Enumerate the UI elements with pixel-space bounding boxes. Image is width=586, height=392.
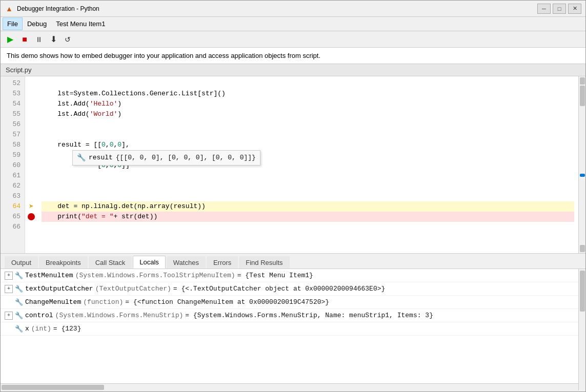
code-line-64: det = np.linalg.det(np.array(result)) [42,201,574,212]
infobar: This demo shows how to embed debugger in… [1,48,585,64]
menu-file[interactable]: File [3,17,23,30]
script-vertical-scrollbar[interactable] [578,76,585,253]
step-into-button[interactable]: ⬇ [47,33,60,46]
horizontal-scrollbar[interactable] [1,383,578,390]
wrench-icon-4: 🔧 [15,312,23,320]
wrench-icon-2: 🔧 [15,285,23,293]
list-item: 🔧 x (int) = {123} [1,322,578,336]
run-button[interactable]: ▶ [4,33,17,46]
tooltip-popup: 🔧 result {[[0, 0, 0], [0, 0, 0], [0, 0, … [72,150,260,166]
bottom-panel: Output Breakpoints Call Stack Locals Wat… [1,254,585,390]
bottom-with-scroll: + 🔧 TestMenultem (System.Windows.Forms.T… [1,269,585,390]
code-line-62 [42,181,574,191]
list-item: + 🔧 TestMenultem (System.Windows.Forms.T… [1,269,578,282]
script-editor-area: 52 53 54 55 56 57 58 59 60 61 62 63 64 6… [1,76,585,253]
code-line-55: lst.Add('World') [42,109,574,119]
stop-button[interactable]: ■ [18,33,31,46]
tab-watches[interactable]: Watches [167,256,206,269]
tabs-bar: Output Breakpoints Call Stack Locals Wat… [1,254,585,269]
code-line-53: lst = System.Collections.Generic.List[st… [42,89,574,99]
code-content: lst = System.Collections.Generic.List[st… [37,76,578,253]
code-line-66 [42,222,574,232]
minimize-button[interactable]: ─ [537,4,551,14]
script-editor: 52 53 54 55 56 57 58 59 60 61 62 63 64 6… [1,76,578,253]
bottom-vertical-scrollbar[interactable] [578,269,585,390]
code-line-59: 🔧 result {[[0, 0, 0], [0, 0, 0], [0, 0, … [42,150,574,160]
wrench-icon-3: 🔧 [15,298,23,306]
expand-button-4[interactable]: + [5,312,13,320]
tooltip-wrench-icon: 🔧 [77,153,86,163]
script-filename: Script.py [1,64,585,76]
local-value-1: = {Test Menu Item1} [237,272,313,279]
menubar: File Debug Test Menu Item1 [1,17,585,31]
expand-button-2[interactable]: + [5,285,13,293]
local-type-1: (System.Windows.Forms.ToolStripMenuItem) [75,272,235,279]
infobar-text: This demo shows how to embed debugger in… [7,52,320,59]
local-name-1: TestMenultem [25,272,73,279]
list-item: + 🔧 control (System.Windows.Forms.MenuSt… [1,309,578,322]
code-line-61 [42,171,574,181]
menu-debug[interactable]: Debug [23,17,51,30]
titlebar: ▲ Debugger Integration - Python ─ □ ✕ [1,1,585,17]
tooltip-var-value: {[[0, 0, 0], [0, 0, 0], [0, 0, 0]]} [116,153,256,163]
code-line-57 [42,130,574,140]
code-line-65: print("det = " + str(det)) [42,212,574,222]
local-type-5: (int) [31,325,51,333]
bottom-scroll-thumb[interactable] [580,271,585,312]
code-line-63 [42,191,574,201]
local-value-4: = {System.Windows.Forms.MenuStrip, Name:… [185,312,433,319]
menu-testmenuitem1[interactable]: Test Menu Item1 [51,17,110,30]
local-value-3: = {<function ChangeMenultem at 0x0000020… [125,298,329,306]
current-line-arrow: ➤ [25,201,37,212]
hscroll-thumb[interactable] [2,385,104,390]
tab-output[interactable]: Output [5,256,38,269]
tooltip-var-name: result [89,153,113,163]
local-name-3: ChangeMenultem [25,298,81,306]
tab-callstack[interactable]: Call Stack [89,256,132,269]
pause-button[interactable]: ⏸ [32,33,46,46]
local-value-5: = {123} [53,325,82,333]
tab-findresults[interactable]: Find Results [239,256,289,269]
indicators-column: ➤ [25,76,37,253]
tab-breakpoints[interactable]: Breakpoints [39,256,88,269]
code-line-56 [42,119,574,130]
code-line-58: result = [[0,0,0], [42,140,574,150]
local-name-2: textOutputCatcher [25,285,93,293]
script-panel: Script.py 52 53 54 55 56 57 58 59 60 61 … [1,64,585,254]
toolbar: ▶ ■ ⏸ ⬇ ↺ [1,31,585,48]
tab-locals[interactable]: Locals [133,256,166,269]
maximize-button[interactable]: □ [553,4,566,14]
expand-button-1[interactable]: + [5,272,13,280]
list-item: 🔧 ChangeMenultem (function) = {<function… [1,296,578,309]
line-numbers: 52 53 54 55 56 57 58 59 60 61 62 63 64 6… [1,76,25,253]
wrench-icon-1: 🔧 [15,272,23,280]
local-name-4: control [25,312,53,319]
code-line-52 [42,78,574,89]
window-title: Debugger Integration - Python [17,5,537,12]
wrench-icon-5: 🔧 [15,325,23,333]
main-layout: Script.py 52 53 54 55 56 57 58 59 60 61 … [1,64,585,390]
breakpoint-indicator [25,212,37,222]
close-button[interactable]: ✕ [568,4,581,14]
local-type-4: (System.Windows.Forms.MenuStrip) [55,312,184,319]
window-controls: ─ □ ✕ [537,4,581,14]
local-type-2: (TextOutputCatcher) [95,285,171,293]
tab-errors[interactable]: Errors [207,256,238,269]
local-value-2: = {<.TextOutputCatcher object at 0x00000… [173,285,385,293]
local-type-3: (function) [83,298,123,306]
restart-button[interactable]: ↺ [61,33,74,46]
app-icon: ▲ [5,4,14,13]
locals-table: + 🔧 TestMenultem (System.Windows.Forms.T… [1,269,578,383]
code-line-54: lst.Add('Hello') [42,99,574,109]
list-item: + 🔧 textOutputCatcher (TextOutputCatcher… [1,282,578,296]
local-name-5: x [25,325,29,333]
